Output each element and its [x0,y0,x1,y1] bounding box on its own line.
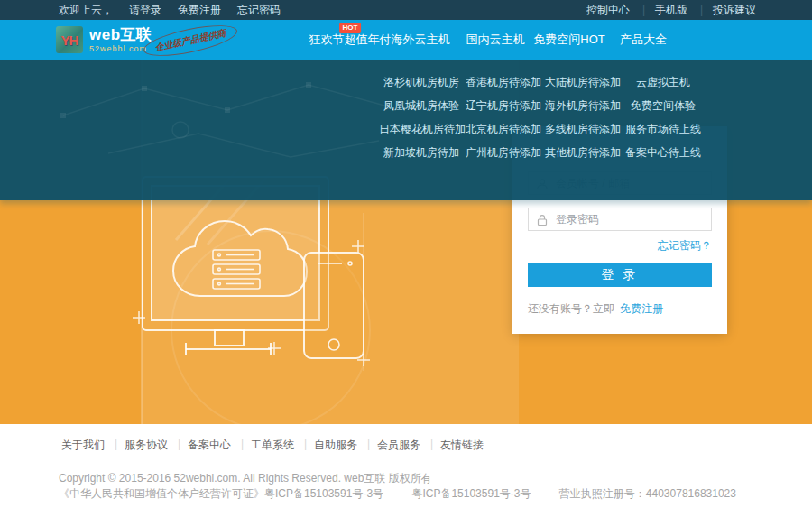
logo-title: web互联 [89,27,152,42]
lock-icon [536,214,549,226]
footer-link-friends[interactable]: 友情链接 [430,438,494,453]
mobile-version-link[interactable]: 手机版 [642,0,700,20]
footer-link-about[interactable]: 关于我们 [61,438,115,453]
dropdown-link[interactable]: 洛杉矶机房机房 [379,70,464,94]
footer-link-ticket[interactable]: 工单系统 [241,438,304,453]
slogan-stamp: 企业级产品提供商 [141,19,239,61]
dropdown-link[interactable]: 广州机房待添加 [464,141,543,164]
password-input[interactable] [529,208,711,230]
password-field-wrap [528,208,712,231]
dropdown-link[interactable]: 辽宁机房待添加 [464,94,543,117]
icp-number: 粤ICP备15103591号-3号 [411,487,531,500]
license-text: 《中华人民共和国增值个体户经营许可证》粤ICP备15103591号-3号 [59,487,383,500]
mega-dropdown: 洛杉矶机房机房 凤凰城机房体验 日本樱花机房待加 新加坡机房待加 香港机房待添加… [0,60,812,200]
footer-link-selfservice[interactable]: 自助服务 [304,438,367,453]
footer-link-member[interactable]: 会员服务 [367,438,430,453]
register-link[interactable]: 免费注册 [178,0,221,20]
dropdown-col-3: 大陆机房待添加 海外机房待添加 多线机房待添加 其他机房待添加 [543,70,623,164]
page: 欢迎上云， 请登录 免费注册 忘记密码 控制中心 手机版 投诉建议 YH web… [0,0,812,517]
footer-link-terms[interactable]: 服务协议 [115,438,178,453]
dropdown-link[interactable]: 凤凰城机房体验 [379,94,464,117]
hot-badge: HOT [339,23,362,33]
forgot-password-link[interactable]: 忘记密码 [237,0,281,20]
nav-item-overseas-cloud[interactable]: 海外云主机 [392,20,450,60]
control-center-link[interactable]: 控制中心 [574,0,642,20]
nav-label: 产品大全 [620,32,667,46]
top-utility-bar: 欢迎上云， 请登录 免费注册 忘记密码 控制中心 手机版 投诉建议 [0,0,812,20]
forgot-password-card-link[interactable]: 忘记密码？ [658,238,712,254]
free-register-link[interactable]: 免费注册 [620,302,663,315]
topbar-right: 控制中心 手机版 投诉建议 [574,0,769,20]
dropdown-col-1: 洛杉矶机房机房 凤凰城机房体验 日本樱花机房待加 新加坡机房待加 [379,70,464,164]
nav-label: 海外云主机 [392,32,450,46]
dropdown-columns: 洛杉矶机房机房 凤凰城机房体验 日本樱花机房待加 新加坡机房待加 香港机房待添加… [379,70,704,164]
business-reg-number: 营业执照注册号：440307816831023 [559,487,736,500]
license-line: 《中华人民共和国增值个体户经营许可证》粤ICP备15103591号-3号 粤IC… [59,486,761,502]
register-hint: 还没有账号？立即 免费注册 [528,301,663,317]
logo-icon: YH [56,26,83,53]
dropdown-col-4: 云虚拟主机 免费空间体验 服务市场待上线 备案中心待上线 [623,70,704,164]
welcome-text: 欢迎上云， [59,0,113,20]
hero-banner: 忘记密码？ 登 录 还没有账号？立即 免费注册 [0,60,812,424]
dropdown-link[interactable]: 其他机房待添加 [543,141,623,164]
dropdown-link[interactable]: 北京机房待添加 [464,117,543,141]
dropdown-link[interactable]: 大陆机房待添加 [543,70,623,94]
footer: 关于我们 服务协议 备案中心 工单系统 自助服务 会员服务 友情链接 Copyr… [0,424,812,517]
dropdown-link[interactable]: 新加坡机房待加 [379,141,464,164]
nav-label: 免费空间HOT [533,32,604,46]
main-header: YH web互联 52webhl.com 企业级产品提供商 HOT 狂欢节超值年… [0,20,812,60]
footer-links: 关于我们 服务协议 备案中心 工单系统 自助服务 会员服务 友情链接 [61,438,494,453]
copyright-text: Copyright © 2015-2016 52webhl.com. All R… [59,471,432,486]
nav-item-free-space[interactable]: 免费空间HOT [533,20,604,60]
nav-item-carnival[interactable]: HOT 狂欢节超值年付 [309,20,392,60]
logo[interactable]: YH web互联 52webhl.com [56,26,152,53]
nav-label: 狂欢节超值年付 [309,32,392,46]
footer-link-beian[interactable]: 备案中心 [178,438,241,453]
dropdown-link[interactable]: 海外机房待添加 [543,94,623,117]
dropdown-link[interactable]: 香港机房待添加 [464,70,543,94]
login-link[interactable]: 请登录 [129,0,161,20]
topbar-left: 欢迎上云， 请登录 免费注册 忘记密码 [59,0,281,20]
dropdown-link[interactable]: 备案中心待上线 [623,141,704,164]
dropdown-link[interactable]: 服务市场待上线 [623,117,704,141]
dropdown-link[interactable]: 日本樱花机房待加 [379,117,464,141]
dropdown-link[interactable]: 云虚拟主机 [623,70,704,94]
login-button[interactable]: 登 录 [528,263,712,287]
nav-label: 国内云主机 [466,32,525,46]
dropdown-col-2: 香港机房待添加 辽宁机房待添加 北京机房待添加 广州机房待添加 [464,70,543,164]
no-account-text: 还没有账号？立即 [528,302,614,315]
complaint-link[interactable]: 投诉建议 [700,0,769,20]
nav-item-domestic-cloud[interactable]: 国内云主机 [466,20,525,60]
dropdown-link[interactable]: 免费空间体验 [623,94,704,117]
dropdown-link[interactable]: 多线机房待添加 [543,117,623,141]
nav-item-all-products[interactable]: 产品大全 [620,20,667,60]
